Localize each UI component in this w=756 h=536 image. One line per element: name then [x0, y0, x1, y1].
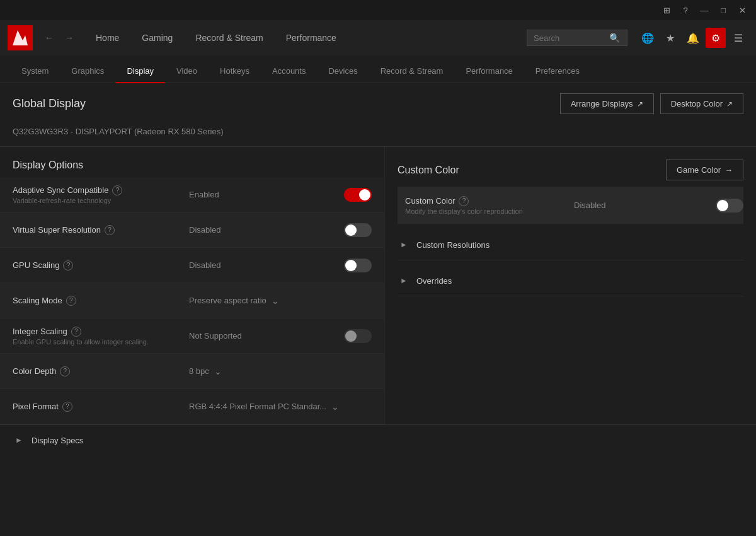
display-label: Q32G3WG3R3 - DISPLAYPORT (Radeon RX 580 … — [0, 122, 756, 147]
back-button[interactable]: ← — [40, 29, 58, 47]
setting-row-scaling-mode: Scaling Mode ? Preserve aspect ratio ⌄ — [0, 283, 384, 318]
tab-devices[interactable]: Devices — [317, 60, 369, 83]
tab-video[interactable]: Video — [165, 60, 209, 83]
color-depth-help-icon[interactable]: ? — [60, 366, 70, 376]
color-depth-label: Color Depth ? — [13, 366, 189, 376]
tab-accounts[interactable]: Accounts — [261, 60, 317, 83]
notifications-icon[interactable]: 🔔 — [683, 28, 703, 48]
overrides-label: Overrides — [416, 276, 452, 286]
setting-row-adaptive-sync: Adaptive Sync Compatible ? Variable-refr… — [0, 177, 384, 213]
left-column: Display Options Adaptive Sync Compatible… — [0, 147, 384, 424]
custom-color-title: Custom Color — [398, 165, 459, 176]
custom-resolutions-label: Custom Resolutions — [416, 240, 490, 250]
tab-performance[interactable]: Performance — [454, 60, 524, 83]
minimize-button[interactable]: — — [696, 1, 713, 19]
amd-logo — [8, 25, 33, 50]
custom-color-help-icon[interactable]: ? — [459, 196, 469, 206]
toggle-thumb — [345, 260, 357, 271]
gpu-scaling-label-col: GPU Scaling ? — [13, 260, 189, 271]
chevron-right-icon-2: ► — [398, 274, 410, 287]
custom-color-label-col: Custom Color ? Modify the display's colo… — [398, 196, 574, 215]
pixel-format-help-icon[interactable]: ? — [62, 402, 72, 412]
maximize-button[interactable]: □ — [714, 1, 732, 19]
nav-record-stream[interactable]: Record & Stream — [185, 28, 273, 48]
vsr-label-col: Virtual Super Resolution ? — [13, 225, 189, 235]
adaptive-sync-toggle[interactable] — [344, 188, 372, 202]
integer-scaling-value: Not Supported — [189, 331, 334, 341]
globe-icon[interactable]: 🌐 — [638, 28, 658, 48]
integer-scaling-toggle[interactable] — [344, 329, 372, 343]
settings-icon[interactable]: ⚙ — [706, 28, 726, 48]
display-specs-row[interactable]: ► Display Specs — [0, 424, 756, 455]
tab-hotkeys[interactable]: Hotkeys — [209, 60, 261, 83]
chevron-right-icon-3: ► — [13, 434, 25, 446]
main-columns: Display Options Adaptive Sync Compatible… — [0, 147, 756, 424]
color-depth-dropdown[interactable]: 8 bpc ⌄ — [189, 366, 222, 376]
integer-scaling-control — [334, 329, 372, 343]
tab-display[interactable]: Display — [115, 60, 165, 83]
system-icon[interactable]: ⊞ — [658, 1, 675, 19]
integer-scaling-help-icon[interactable]: ? — [71, 327, 81, 337]
pixel-format-label: Pixel Format ? — [13, 402, 189, 412]
close-button[interactable]: ✕ — [733, 1, 751, 19]
chevron-right-icon: ► — [398, 238, 410, 251]
search-input[interactable] — [534, 33, 609, 43]
arrange-displays-label: Arrange Displays — [571, 99, 633, 108]
integer-scaling-sublabel: Enable GPU scaling to allow integer scal… — [13, 338, 189, 346]
nav-home[interactable]: Home — [86, 28, 129, 48]
adaptive-sync-value: Enabled — [189, 190, 334, 199]
menu-icon[interactable]: ☰ — [728, 28, 748, 48]
help-icon[interactable]: ? — [677, 1, 694, 19]
nav-arrows: ← → — [40, 29, 78, 47]
display-options-title: Display Options — [0, 147, 384, 177]
scaling-mode-dropdown[interactable]: Preserve aspect ratio ⌄ — [189, 296, 279, 306]
game-color-button[interactable]: Game Color → — [666, 160, 743, 180]
tab-preferences[interactable]: Preferences — [524, 60, 591, 83]
color-depth-label-col: Color Depth ? — [13, 366, 189, 376]
pixel-format-value: RGB 4:4:4 Pixel Format PC Standar... ⌄ — [189, 402, 372, 412]
scaling-mode-label-col: Scaling Mode ? — [13, 296, 189, 306]
tab-record-stream[interactable]: Record & Stream — [369, 60, 455, 83]
setting-row-pixel-format: Pixel Format ? RGB 4:4:4 Pixel Format PC… — [0, 389, 384, 424]
favorites-icon[interactable]: ★ — [660, 28, 680, 48]
vsr-toggle[interactable] — [344, 223, 372, 237]
nav-gaming[interactable]: Gaming — [132, 28, 183, 48]
vsr-help-icon[interactable]: ? — [105, 225, 115, 235]
integer-scaling-label-col: Integer Scaling ? Enable GPU scaling to … — [13, 327, 189, 346]
vsr-control — [334, 223, 372, 237]
custom-color-toggle[interactable] — [716, 199, 743, 213]
arrange-displays-button[interactable]: Arrange Displays ↗ — [560, 93, 654, 114]
right-column: Custom Color Game Color → Custom Color ?… — [384, 147, 756, 424]
toggle-thumb — [345, 224, 357, 236]
gpu-scaling-control — [334, 259, 372, 272]
top-nav: ← → Home Gaming Record & Stream Performa… — [0, 20, 756, 55]
overrides-row[interactable]: ► Overrides — [398, 265, 743, 296]
pixel-format-label-col: Pixel Format ? — [13, 402, 189, 412]
setting-row-gpu-scaling: GPU Scaling ? Disabled — [0, 248, 384, 283]
pixel-format-dropdown[interactable]: RGB 4:4:4 Pixel Format PC Standar... ⌄ — [189, 402, 339, 412]
custom-color-toggle-col — [706, 199, 743, 213]
tab-graphics[interactable]: Graphics — [60, 60, 115, 83]
game-color-label: Game Color — [677, 165, 721, 175]
vsr-label: Virtual Super Resolution ? — [13, 225, 189, 235]
forward-button[interactable]: → — [60, 29, 78, 47]
integer-scaling-label: Integer Scaling ? — [13, 327, 189, 337]
nav-links: Home Gaming Record & Stream Performance — [86, 28, 522, 48]
gpu-scaling-value: Disabled — [189, 260, 334, 270]
toggle-thumb — [345, 330, 357, 342]
adaptive-sync-label-col: Adaptive Sync Compatible ? Variable-refr… — [13, 185, 189, 204]
tab-system[interactable]: System — [10, 60, 60, 83]
chevron-down-icon-3: ⌄ — [331, 402, 339, 412]
nav-performance[interactable]: Performance — [276, 28, 346, 48]
desktop-color-button[interactable]: Desktop Color ↗ — [660, 93, 743, 114]
custom-color-label: Custom Color ? — [405, 196, 566, 206]
gpu-scaling-toggle[interactable] — [344, 259, 372, 272]
setting-row-vsr: Virtual Super Resolution ? Disabled — [0, 213, 384, 248]
toggle-thumb — [717, 200, 728, 211]
scaling-mode-help-icon[interactable]: ? — [66, 296, 76, 306]
gpu-scaling-help-icon[interactable]: ? — [63, 260, 73, 271]
search-box: 🔍 — [527, 30, 627, 46]
adaptive-sync-help-icon[interactable]: ? — [112, 185, 122, 195]
chevron-down-icon: ⌄ — [272, 296, 279, 306]
custom-resolutions-row[interactable]: ► Custom Resolutions — [398, 230, 743, 260]
